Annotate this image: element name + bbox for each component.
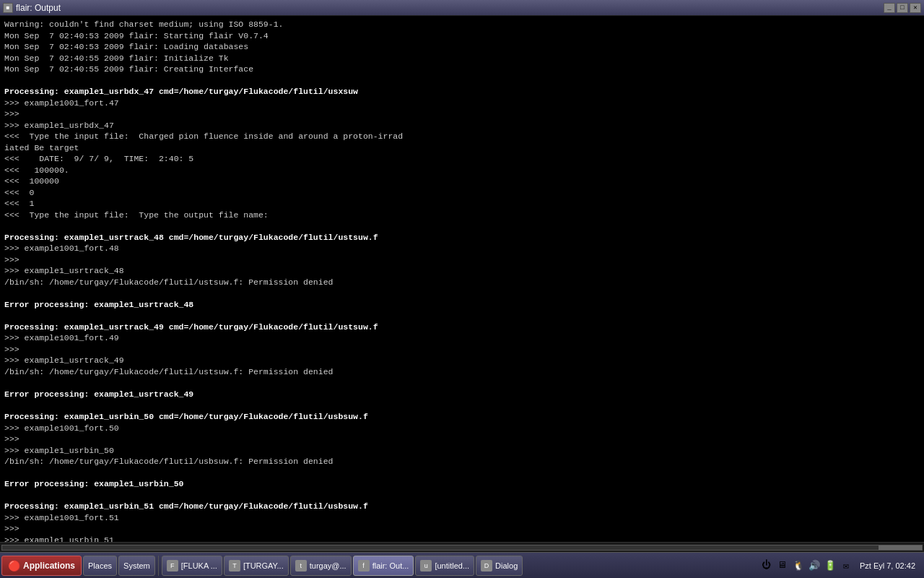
terminal-output: Warning: couldn't find charset medium; u… [0, 16, 924, 542]
taskbar-item-0[interactable]: F[FLUKA ... [162, 556, 222, 576]
titlebar-left: ■ flair: Output [3, 3, 61, 13]
applications-menu-button[interactable]: 🔴 Applications [1, 556, 82, 576]
volume-icon[interactable]: 🔊 [808, 559, 821, 572]
window-controls: _ □ ✕ [884, 3, 921, 13]
mail-icon[interactable]: ✉ [840, 559, 853, 572]
taskbar-item-3[interactable]: fflair: Out... [353, 556, 414, 576]
taskbar-item-4[interactable]: u[untitled... [415, 556, 474, 576]
taskbar-item-label-0: [FLUKA ... [181, 561, 217, 570]
system-menu-button[interactable]: System [118, 556, 155, 576]
taskbar-item-icon-4: u [420, 560, 432, 571]
taskbar-items: F[FLUKA ...T[TURGAY...tturgay@...fflair:… [162, 556, 523, 576]
network-icon[interactable]: 🖥 [776, 559, 789, 572]
system-tray: ⏻ 🖥 🐧 🔊 🔋 ✉ Pzt Eyl 7, 02:42 [760, 559, 923, 572]
apps-icon: 🔴 [8, 560, 20, 571]
taskbar: 🔴 Applications Places System F[FLUKA ...… [0, 552, 924, 578]
taskbar-item-icon-1: T [229, 560, 240, 571]
taskbar-item-5[interactable]: DDialog [476, 556, 523, 576]
scrollbar-area[interactable] [0, 542, 924, 552]
places-label: Places [88, 561, 112, 570]
taskbar-item-label-5: Dialog [495, 561, 518, 570]
distro-icon[interactable]: 🐧 [792, 559, 805, 572]
taskbar-separator-1 [158, 556, 159, 576]
minimize-button[interactable]: _ [884, 3, 895, 13]
taskbar-item-1[interactable]: T[TURGAY... [224, 556, 289, 576]
places-menu-button[interactable]: Places [83, 556, 117, 576]
taskbar-item-icon-2: t [295, 560, 307, 571]
close-button[interactable]: ✕ [910, 3, 921, 13]
taskbar-item-label-1: [TURGAY... [243, 561, 284, 570]
taskbar-item-icon-5: D [481, 560, 492, 571]
battery-icon[interactable]: 🔋 [824, 559, 837, 572]
taskbar-item-icon-0: F [167, 560, 178, 571]
taskbar-item-label-2: turgay@... [310, 561, 346, 570]
window-title: flair: Output [16, 3, 61, 13]
taskbar-item-label-4: [untitled... [435, 561, 469, 570]
taskbar-item-icon-3: f [358, 560, 370, 571]
taskbar-item-2[interactable]: tturgay@... [290, 556, 352, 576]
maximize-button[interactable]: □ [897, 3, 908, 13]
scrollbar-thumb[interactable] [879, 545, 922, 550]
clock: Pzt Eyl 7, 02:42 [855, 561, 920, 570]
apps-label: Applications [23, 561, 75, 571]
power-icon[interactable]: ⏻ [760, 559, 773, 572]
scrollbar-track[interactable] [1, 545, 923, 551]
app-icon: ■ [3, 3, 13, 13]
taskbar-item-label-3: flair: Out... [372, 561, 409, 570]
titlebar: ■ flair: Output _ □ ✕ [0, 0, 924, 16]
system-label: System [123, 561, 150, 570]
